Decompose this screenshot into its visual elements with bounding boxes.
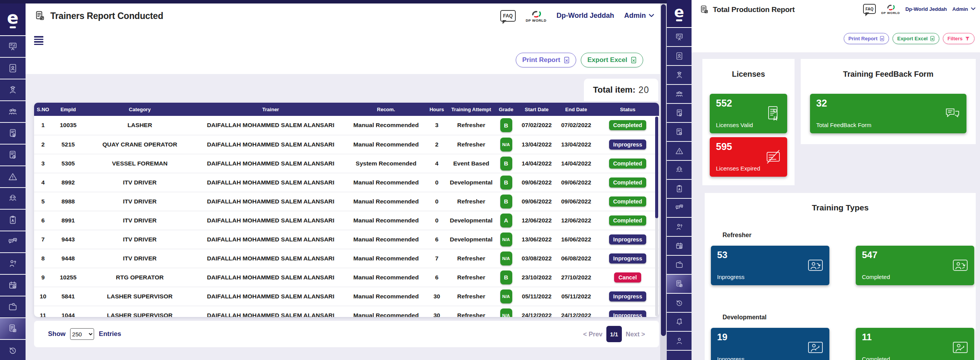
sidebar-item-team[interactable] (667, 85, 692, 104)
grade-cell: N/A (495, 306, 517, 317)
warning-icon (8, 172, 18, 182)
faq-button[interactable]: FAQ (500, 10, 516, 22)
next-button[interactable]: Next > (626, 331, 645, 338)
sidebar-item-docclock[interactable] (0, 145, 26, 166)
refresher-completed-card[interactable]: 547Completed (856, 246, 974, 285)
report-doc-icon (699, 5, 709, 15)
grade-cell: N/A (495, 230, 517, 249)
filters-button[interactable]: Filters (943, 33, 975, 44)
developmental-completed-card[interactable]: 11Completed (856, 328, 974, 360)
sidebar-item-folder[interactable] (0, 296, 26, 318)
sidebar-item-folder[interactable] (667, 256, 692, 275)
table-cell: 0 (426, 192, 448, 211)
sidebar-item-certdoc[interactable] (667, 104, 692, 123)
table-cell: 0 (426, 211, 448, 230)
table-cell: 8988 (52, 192, 84, 211)
sidebar-item-personq[interactable] (0, 253, 26, 275)
date-cell: 09/06/2022 (556, 173, 596, 192)
sidebar-item-clipboard[interactable] (0, 210, 26, 231)
sidebar-item-contact[interactable] (667, 47, 692, 66)
sidebar-item-team[interactable] (0, 101, 26, 123)
status-cell: Inprogress (596, 230, 659, 249)
faq-button[interactable]: FAQ (863, 4, 876, 14)
sidebar-item-network[interactable] (667, 161, 692, 180)
table-cell: 6 (426, 230, 448, 249)
sidebar-item-report[interactable] (0, 318, 26, 340)
sidebar-item-calendar[interactable] (0, 275, 26, 296)
app-logo[interactable]: e (667, 0, 692, 28)
table-cell: Manual Recommended (346, 230, 426, 249)
sidebar-item-history[interactable] (0, 340, 26, 360)
sidebar-item-chat[interactable] (0, 231, 26, 253)
sidebar-item-contact[interactable] (0, 58, 26, 79)
sidebar-item-graduate[interactable] (667, 66, 692, 85)
date-cell: 24/12/2022 (556, 306, 596, 317)
status-badge: Completed (609, 120, 647, 130)
status-badge: Completed (609, 177, 647, 188)
status-badge: Inprogress (609, 310, 647, 317)
docclock-icon (8, 150, 18, 160)
training-types-title: Training Types (705, 203, 976, 212)
export-excel-button[interactable]: Export Excel (892, 33, 939, 44)
sidebar-item-presentation[interactable] (0, 36, 26, 58)
feedback-total-value: 32 (816, 98, 827, 109)
sidebar-item-presentation[interactable] (667, 28, 692, 47)
export-excel-button[interactable]: Export Excel (581, 53, 643, 67)
menu-toggle[interactable] (34, 36, 43, 45)
sidebar-item-warning[interactable] (0, 166, 26, 188)
table-cell: DAIFALLAH MOHAMMED SALEM ALANSARI (195, 192, 346, 211)
contact-icon (8, 63, 18, 73)
sidebar-item-graduate[interactable] (0, 79, 26, 101)
developmental-inprogress-card[interactable]: 19Inprogress (711, 328, 829, 360)
sidebar-item-report[interactable] (667, 275, 692, 294)
chevron-down-icon (649, 14, 654, 17)
certificate-icon (764, 104, 783, 123)
admin-dropdown[interactable]: Admin (624, 12, 654, 20)
status-badge: Completed (609, 215, 647, 226)
table-scrollbar-thumb[interactable] (655, 117, 658, 218)
prev-button[interactable]: < Prev (583, 331, 602, 338)
admin-dropdown[interactable]: Admin (953, 6, 975, 12)
sidebar-item-warning[interactable] (667, 142, 692, 161)
grade-cell: A (495, 211, 517, 230)
sidebar-item-personq[interactable] (667, 218, 692, 237)
chat-bubbles-icon (943, 104, 962, 123)
left-window-scrollbar-thumb[interactable] (661, 4, 666, 336)
folder-icon (8, 302, 18, 312)
sidebar-item-certdoc[interactable] (0, 123, 26, 145)
sidebar-item-calendar[interactable] (667, 237, 692, 256)
sidebar-item-chat[interactable] (667, 199, 692, 218)
feedback-panel: Training FeedBack Form 32 Total FeedBack… (801, 59, 976, 144)
sidebar-item-bell[interactable] (667, 313, 692, 332)
grade-badge: A (500, 214, 512, 227)
table-row: 111044LASHER SUPERVISORDAIFALLAH MOHAMME… (34, 306, 659, 317)
feedback-total-card[interactable]: 32 Total FeedBack Form (810, 94, 966, 133)
left-window-scrollbar[interactable] (660, 3, 667, 360)
date-cell: 07/02/2022 (517, 116, 556, 135)
sidebar-item-clipboard[interactable] (667, 180, 692, 199)
calendar-icon (8, 280, 18, 290)
print-report-button[interactable]: Print Report (516, 53, 576, 67)
refresher-inprogress-card[interactable]: 53Inprogress (711, 246, 829, 285)
table-cell: LASHER (84, 116, 195, 135)
licenses-expired-card[interactable]: 595 Licenses Expired (710, 137, 787, 177)
print-report-button[interactable]: Print Report (844, 33, 889, 44)
sidebar-item-history[interactable] (667, 294, 692, 313)
left-topbar-right: FAQ DP WORLD Dp-World Jeddah Admin (500, 9, 654, 22)
date-cell: 06/08/2022 (556, 249, 596, 268)
production-report-window: e Total Production Report FAQ DP WORLD D… (667, 0, 980, 360)
sidebar-item-person[interactable] (667, 332, 692, 351)
table-scrollbar[interactable] (655, 117, 658, 316)
sidebar-item-network[interactable] (0, 188, 26, 210)
sidebar-item-docclock[interactable] (667, 123, 692, 142)
licenses-valid-card[interactable]: 552 Licenses Valid (710, 94, 787, 133)
status-badge: Inprogress (609, 234, 647, 245)
licenses-valid-label: Licenses Valid (716, 122, 753, 128)
table-cell: Manual Recommended (346, 268, 426, 287)
chat-icon (675, 203, 684, 212)
page-size-select[interactable]: 250 (70, 328, 94, 340)
report-icon (8, 324, 18, 334)
left-title-row: Trainers Report Conducted (34, 10, 163, 22)
table-cell: 5841 (52, 287, 84, 306)
app-logo[interactable]: e (0, 3, 26, 36)
